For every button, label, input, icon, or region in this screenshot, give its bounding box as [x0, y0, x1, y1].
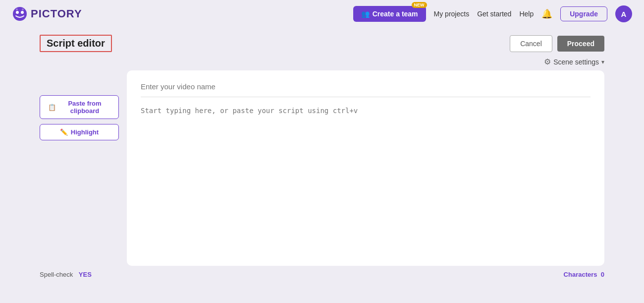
header: PICTORY 👥 Create a team NEW My projects … [0, 0, 644, 28]
header-actions: Cancel Proceed [510, 35, 604, 52]
highlight-label: Highlight [71, 128, 99, 136]
avatar[interactable]: A [615, 5, 632, 22]
spell-check: Spell-check YES [40, 271, 92, 278]
help-link[interactable]: Help [519, 10, 534, 18]
logo-text: PICTORY [31, 7, 82, 20]
cancel-button[interactable]: Cancel [510, 35, 552, 52]
scene-settings-label: Scene settings [553, 58, 599, 66]
paste-from-clipboard-button[interactable]: 📋 Paste from clipboard [40, 95, 119, 119]
highlight-icon: ✏️ [60, 128, 68, 136]
svg-point-2 [21, 11, 24, 14]
left-tools: 📋 Paste from clipboard ✏️ Highlight [40, 70, 119, 140]
page-header: Script editor Cancel Proceed [40, 28, 604, 52]
upgrade-button[interactable]: Upgrade [560, 6, 607, 21]
video-name-input[interactable] [141, 82, 590, 97]
paste-clipboard-label: Paste from clipboard [59, 100, 110, 115]
svg-point-3 [16, 8, 18, 10]
svg-point-0 [13, 7, 27, 21]
scene-settings-button[interactable]: ⚙ Scene settings ▾ [544, 57, 604, 66]
highlight-button[interactable]: ✏️ Highlight [40, 124, 119, 140]
spell-check-label: Spell-check [40, 271, 73, 278]
gear-icon: ⚙ [544, 57, 551, 66]
content-area: 📋 Paste from clipboard ✏️ Highlight [40, 70, 604, 266]
editor-panel [127, 70, 604, 266]
characters-value: 0 [601, 271, 604, 278]
spell-check-value[interactable]: YES [79, 271, 92, 278]
header-right: 👥 Create a team NEW My projects Get star… [353, 5, 632, 22]
logo[interactable]: PICTORY [12, 6, 82, 22]
clipboard-icon: 📋 [48, 104, 56, 111]
my-projects-link[interactable]: My projects [434, 10, 470, 18]
proceed-button[interactable]: Proceed [557, 36, 604, 52]
editor-footer: Spell-check YES Characters 0 [40, 266, 604, 278]
character-count: Characters 0 [564, 271, 604, 278]
new-badge: NEW [412, 2, 427, 8]
bell-icon[interactable]: 🔔 [541, 8, 552, 19]
characters-label: Characters [564, 271, 597, 278]
team-icon: 👥 [361, 10, 370, 18]
main-content: Script editor Cancel Proceed ⚙ Scene set… [0, 28, 644, 278]
page-title: Script editor [40, 35, 112, 52]
create-team-label: Create a team [373, 10, 418, 18]
scene-settings-row: ⚙ Scene settings ▾ [40, 57, 604, 66]
svg-point-4 [22, 8, 24, 10]
create-team-button[interactable]: 👥 Create a team NEW [353, 6, 426, 22]
script-textarea[interactable] [141, 105, 590, 254]
logo-icon [12, 6, 28, 22]
get-started-link[interactable]: Get started [477, 10, 511, 18]
chevron-down-icon: ▾ [601, 59, 604, 65]
svg-point-1 [16, 11, 19, 14]
